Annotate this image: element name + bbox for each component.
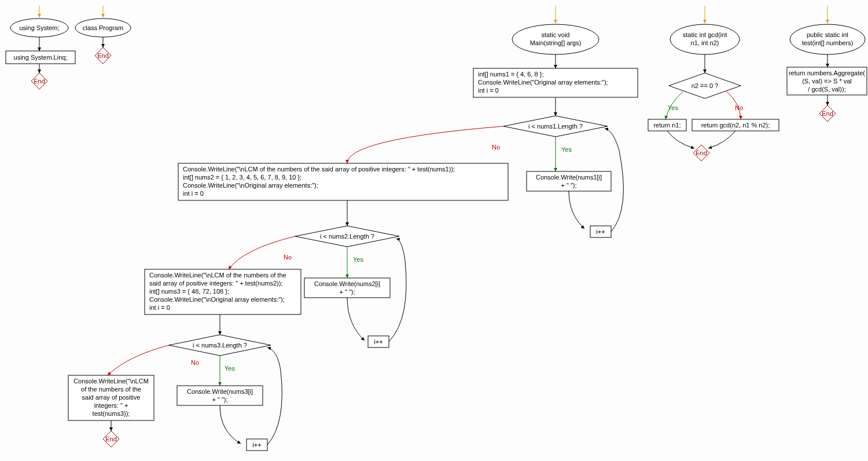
inc1: i++ bbox=[596, 228, 605, 235]
svg-text:End: End bbox=[34, 78, 45, 85]
end-node-2: End bbox=[95, 47, 111, 64]
gcd-ret2: return gcd(n2, n1 % n2); bbox=[701, 122, 770, 129]
write1-l1: Console.Write(nums1[i] bbox=[536, 174, 602, 181]
svg-text:Yes: Yes bbox=[561, 146, 572, 153]
block3-l4: Console.WriteLine("\nOriginal array elem… bbox=[149, 296, 285, 303]
svg-text:End: End bbox=[97, 52, 109, 59]
block2-l2: int[] nums2 = { 1, 2, 3, 4, 5, 6, 7, 8, … bbox=[183, 174, 301, 181]
block4-l1: Console.WriteLine("\nLCM bbox=[73, 378, 149, 385]
block2-l4: int i = 0 bbox=[183, 190, 204, 197]
block4-l3: said array of positive bbox=[82, 394, 141, 401]
write1-l2: + " "); bbox=[561, 182, 576, 189]
write3-l2: + " "); bbox=[212, 396, 227, 403]
flowchart-diagram: using System; using System.Linq; End cla… bbox=[0, 0, 868, 461]
svg-text:End: End bbox=[696, 149, 707, 156]
svg-text:Yes: Yes bbox=[225, 365, 235, 372]
node-class-program: class Program bbox=[83, 24, 123, 31]
svg-text:End: End bbox=[822, 110, 833, 117]
gcd-ret1: return n1; bbox=[653, 122, 681, 129]
group-gcd: static int gcd(int n1, int n2) n2 == 0 ?… bbox=[648, 6, 779, 161]
inc2: i++ bbox=[374, 338, 382, 345]
gcd-cond: n2 == 0 ? bbox=[692, 82, 719, 89]
block4-l2: of the numbers of the bbox=[81, 386, 141, 393]
group-class-program: class Program End bbox=[75, 6, 131, 64]
test-l2: test(int[] numbers) bbox=[802, 39, 854, 46]
svg-text:No: No bbox=[191, 359, 199, 366]
gcd-l2: n1, int n2) bbox=[691, 39, 719, 46]
svg-text:No: No bbox=[735, 104, 743, 111]
svg-text:No: No bbox=[284, 254, 292, 261]
block3-l5: int i = 0 bbox=[149, 304, 170, 311]
node-using-linq: using System.Linq; bbox=[14, 54, 68, 61]
svg-text:End: End bbox=[105, 436, 117, 442]
inc3: i++ bbox=[252, 441, 261, 448]
test-body2: (S, val) => S * val bbox=[802, 78, 852, 85]
node-main-l2: Main(string[] args) bbox=[530, 39, 582, 46]
node-main-l1: static void bbox=[542, 31, 570, 38]
end-node-1: End bbox=[31, 73, 47, 89]
block3-l2: said array of positive integers: " + tes… bbox=[149, 280, 282, 287]
main-block1-l3: int i = 0 bbox=[478, 87, 499, 94]
cond-nums2: i < nums2.Length ? bbox=[320, 233, 374, 240]
test-body1: return numbers.Aggregate( bbox=[789, 69, 865, 76]
write2-l2: + " "); bbox=[339, 288, 355, 295]
end-node-test: End bbox=[819, 105, 836, 122]
cond-nums1: i < nums1.Length ? bbox=[528, 123, 583, 130]
block3-l1: Console.WriteLine("\nLCM of the numbers … bbox=[149, 272, 286, 279]
gcd-l1: static int gcd(int bbox=[683, 31, 727, 38]
end-node-gcd: End bbox=[693, 145, 709, 161]
block2-l3: Console.WriteLine("\nOriginal array elem… bbox=[183, 182, 318, 189]
svg-text:No: No bbox=[492, 144, 500, 151]
node-using-system: using System; bbox=[19, 24, 59, 31]
block4-l5: test(nums3)); bbox=[93, 410, 130, 417]
svg-text:Yes: Yes bbox=[353, 256, 363, 263]
group-main: static void Main(string[] args) int[] nu… bbox=[68, 6, 638, 451]
group-using-system: using System; using System.Linq; End bbox=[6, 6, 75, 89]
cond-nums3: i < nums3.Length ? bbox=[193, 342, 247, 349]
main-block1-l1: int[] nums1 = { 4, 6, 8 }; bbox=[478, 71, 543, 78]
test-body3: / gcd(S, val)); bbox=[808, 86, 845, 93]
test-l1: public static int bbox=[807, 31, 848, 38]
block4-l4: integers: " + bbox=[94, 402, 128, 409]
end-node-main: End bbox=[103, 431, 119, 447]
block3-l3: int[] nums3 = { 48, 72, 108 }; bbox=[149, 288, 229, 295]
write3-l1: Console.Write(nums3[i] bbox=[187, 388, 253, 395]
block2-l1: Console.WriteLine("\nLCM of the numbers … bbox=[183, 166, 455, 173]
svg-text:Yes: Yes bbox=[668, 104, 678, 111]
write2-l1: Console.Write(nums2[i] bbox=[314, 280, 380, 287]
group-test: public static int test(int[] numbers) re… bbox=[787, 6, 867, 122]
main-block1-l2: Console.WriteLine("Original array elemen… bbox=[478, 79, 608, 86]
